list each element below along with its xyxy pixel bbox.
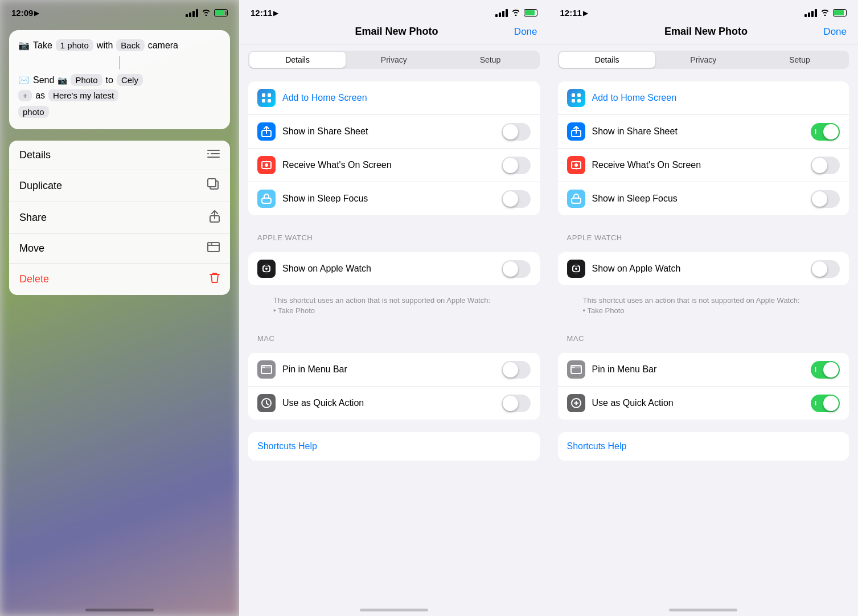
context-item-share[interactable]: Share xyxy=(9,202,230,234)
shortcuts-help-link-2[interactable]: Shortcuts Help xyxy=(257,441,317,451)
settings-row-sleep-2: Show in Sleep Focus xyxy=(248,182,540,215)
context-delete-label: Delete xyxy=(19,273,49,285)
status-time-3: 12:11 xyxy=(560,8,582,18)
nav-done-3[interactable]: Done xyxy=(823,26,847,38)
settings-row-quickaction-2: Use as Quick Action xyxy=(248,387,540,420)
signal-bars-2 xyxy=(495,9,508,17)
wifi-icon-2 xyxy=(511,9,520,18)
svg-rect-34 xyxy=(574,264,578,266)
svg-point-15 xyxy=(265,163,268,167)
sleep-row-icon-2 xyxy=(257,190,276,208)
context-item-duplicate[interactable]: Duplicate xyxy=(9,170,230,202)
tab-setup-3[interactable]: Setup xyxy=(752,52,848,68)
context-item-delete[interactable]: Delete xyxy=(9,264,230,295)
signal-bars-3 xyxy=(804,9,817,17)
shortcuts-help-link-3[interactable]: Shortcuts Help xyxy=(567,441,627,451)
share-toggle-label-3: I xyxy=(815,128,816,135)
sleep-row-label-3: Show in Sleep Focus xyxy=(592,194,804,204)
svg-rect-19 xyxy=(265,264,268,266)
nav-title-2: Email New Photo xyxy=(279,26,514,38)
home-icon-2 xyxy=(257,89,276,107)
menubar-toggle-3[interactable]: I xyxy=(811,361,840,379)
tab-setup-2[interactable]: Setup xyxy=(442,52,538,68)
step1-camera-pill[interactable]: Back xyxy=(116,39,144,51)
svg-rect-12 xyxy=(268,99,271,102)
home-indicator-3 xyxy=(669,609,737,611)
mac-group-3: Pin in Menu Bar I Use as Quick Action I xyxy=(558,353,849,420)
panel2-spacer xyxy=(239,466,549,616)
home-icon-3 xyxy=(567,89,585,107)
plus-pill[interactable]: + xyxy=(18,90,32,101)
nav-header-2: Email New Photo Done xyxy=(239,21,549,45)
quickaction-toggle-3[interactable]: I xyxy=(811,395,840,412)
menubar-row-icon-3 xyxy=(567,360,585,379)
settings-row-watch-3: Show on Apple Watch xyxy=(558,252,849,285)
step2-photo-emoji: 📷 xyxy=(58,76,67,85)
screen-toggle-2[interactable] xyxy=(502,157,531,174)
sleep-row-icon-3 xyxy=(567,190,585,208)
tab-privacy-2[interactable]: Privacy xyxy=(346,52,442,68)
share-toggle-3[interactable]: I xyxy=(811,123,840,141)
status-icons-1 xyxy=(186,9,228,18)
step2-as-text: as xyxy=(35,91,45,101)
context-item-details[interactable]: Details xyxy=(9,141,230,170)
svg-rect-27 xyxy=(577,99,581,102)
context-move-label: Move xyxy=(19,243,44,254)
step2-photo-label[interactable]: photo xyxy=(18,106,49,118)
step2-message-pill[interactable]: Here's my latest xyxy=(48,89,118,101)
menubar-row-label-3: Pin in Menu Bar xyxy=(592,364,804,375)
location-icon-2: ▶ xyxy=(273,9,278,17)
watch-row-label-2: Show on Apple Watch xyxy=(282,264,495,274)
svg-point-30 xyxy=(574,163,578,167)
screen-toggle-3[interactable] xyxy=(811,157,840,174)
watch-note-3: This shortcut uses an action that is not… xyxy=(549,292,859,323)
settings-row-share-2: Show in Share Sheet xyxy=(248,115,540,149)
apple-watch-group-2: Show on Apple Watch xyxy=(248,252,540,285)
battery-icon-3 xyxy=(833,9,847,17)
watch-note-2: This shortcut uses an action that is not… xyxy=(239,292,549,323)
sleep-toggle-2[interactable] xyxy=(502,190,531,208)
sleep-toggle-3[interactable] xyxy=(811,190,840,208)
menubar-toggle-2[interactable] xyxy=(502,361,531,379)
settings-row-home-2[interactable]: Add to Home Screen xyxy=(248,81,540,115)
details-icon xyxy=(207,149,220,162)
battery-icon-1 xyxy=(214,9,228,17)
svg-rect-0 xyxy=(207,150,220,151)
svg-rect-11 xyxy=(262,99,265,102)
panel-3: 12:11 ▶ Email New Photo Done xyxy=(549,0,859,616)
step2-name-pill[interactable]: Cely xyxy=(117,74,143,86)
svg-rect-31 xyxy=(572,198,581,203)
settings-row-watch-2: Show on Apple Watch xyxy=(248,252,540,285)
svg-rect-16 xyxy=(262,198,271,203)
watch-row-icon-3 xyxy=(567,260,585,278)
svg-rect-20 xyxy=(265,272,268,274)
segmented-control-2: Details Privacy Setup xyxy=(248,51,540,69)
panel-1: 12:09 ▶ 📷 Take 1 xyxy=(0,0,239,616)
tab-details-2[interactable]: Details xyxy=(249,52,346,68)
watch-row-icon-2 xyxy=(257,260,276,278)
settings-row-home-3[interactable]: Add to Home Screen xyxy=(558,81,849,115)
menubar-toggle-label-3: I xyxy=(815,366,816,373)
panel3-spacer xyxy=(549,466,859,616)
svg-rect-8 xyxy=(208,243,212,245)
context-item-move[interactable]: Move xyxy=(9,234,230,264)
svg-point-33 xyxy=(575,268,577,270)
step1-count-pill[interactable]: 1 photo xyxy=(56,39,93,51)
tab-privacy-3[interactable]: Privacy xyxy=(655,52,752,68)
step2-mail-emoji: ✉️ xyxy=(18,75,30,85)
quickaction-toggle-2[interactable] xyxy=(502,395,531,412)
svg-rect-9 xyxy=(262,93,265,97)
watch-toggle-2[interactable] xyxy=(502,260,531,278)
share-toggle-2[interactable] xyxy=(502,123,531,141)
svg-rect-3 xyxy=(207,157,220,158)
step2-photo-pill[interactable]: Photo xyxy=(71,74,102,86)
tab-details-3[interactable]: Details xyxy=(559,52,655,68)
location-icon-3: ▶ xyxy=(583,9,588,17)
nav-done-2[interactable]: Done xyxy=(514,26,537,38)
context-share-label: Share xyxy=(19,212,47,224)
step2-send-text: Send xyxy=(33,75,54,85)
watch-toggle-3[interactable] xyxy=(811,260,840,278)
shortcut-card: 📷 Take 1 photo with Back camera ✉️ Send … xyxy=(9,30,230,129)
quickaction-toggle-label-3: I xyxy=(815,400,816,406)
watch-row-label-3: Show on Apple Watch xyxy=(592,264,804,274)
